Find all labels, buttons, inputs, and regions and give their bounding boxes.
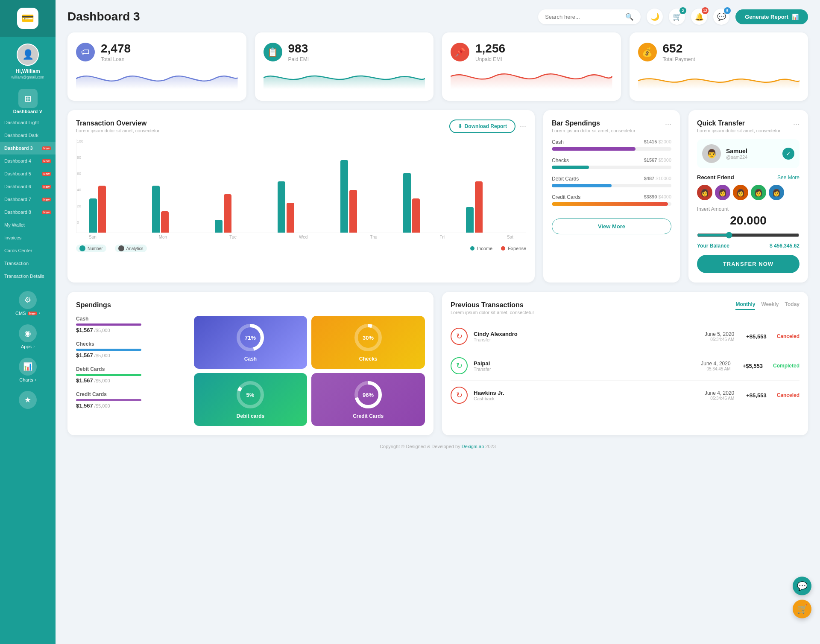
friend-avatar-3[interactable]: 👩: [733, 185, 748, 200]
stat-card-total-payment: 💰 652 Total Payment: [630, 32, 808, 101]
friend-avatar-2[interactable]: 👩: [715, 185, 730, 200]
sidebar-item-cards[interactable]: Cards Center: [0, 244, 56, 257]
bar-red-thu[interactable]: [349, 190, 357, 233]
spending-item-cash: Cash $1415 $2000: [552, 139, 671, 151]
sidebar-item-dashboard5[interactable]: Dashboard 5 New: [0, 167, 56, 180]
sidebar-item-dashboard-light[interactable]: Dashboard Light: [0, 116, 56, 129]
stat-icon-payment: 💰: [638, 43, 657, 61]
tx-status-hawkins: Canceled: [777, 392, 800, 398]
sidebar-item-apps[interactable]: ◉ Apps ›: [19, 320, 37, 353]
stat-card-unpaid-emi: 📌 1,256 Unpaid EMI: [442, 32, 621, 101]
quick-transfer-subtitle: Lorem ipsum dolor sit amet, consectetur: [697, 128, 781, 133]
theme-toggle-btn[interactable]: 🌙: [647, 9, 663, 25]
sidebar-item-transaction[interactable]: Transaction: [0, 257, 56, 270]
amount-slider[interactable]: [697, 232, 800, 239]
search-bar: 🔍: [538, 9, 641, 24]
footer-brand-link[interactable]: DexignLab: [462, 444, 484, 449]
tx-amount-cindy: +$5,553: [746, 333, 766, 340]
bar-red-sat[interactable]: [475, 181, 483, 233]
friend-avatar-4[interactable]: 👩: [751, 185, 766, 200]
bar-teal-sat[interactable]: [466, 207, 474, 233]
transfer-now-button[interactable]: TRANSFER NOW: [697, 255, 800, 273]
bar-teal-thu[interactable]: [340, 160, 348, 233]
bar-spendings-card: Bar Spendings Lorem ipsum dolor sit amet…: [543, 110, 680, 283]
amount-value: 20.000: [697, 214, 800, 227]
donut-chart-checks: 30%: [353, 323, 383, 353]
donut-chart-credit: 96%: [353, 380, 383, 410]
sidebar-item-wallet[interactable]: My Wallet: [0, 219, 56, 231]
bar-spendings-more-button[interactable]: ···: [665, 119, 671, 128]
sidebar-item-dashboard6[interactable]: Dashboard 6 New: [0, 180, 56, 193]
sidebar-item-dashboard-dark[interactable]: Dashboard Dark: [0, 129, 56, 142]
bar-red-wed[interactable]: [287, 203, 294, 233]
support-fab[interactable]: 💬: [793, 577, 811, 595]
sidebar-item-dashboard4[interactable]: Dashboard 4 New: [0, 154, 56, 167]
tx-time-paipal: 05:34:45 AM: [701, 367, 730, 371]
more-options-button[interactable]: ···: [520, 122, 526, 131]
content-row: Transaction Overview Lorem ipsum dolor s…: [67, 110, 808, 283]
bar-red-mon[interactable]: [161, 211, 169, 233]
dashboard-label[interactable]: Dashboard ∨: [13, 109, 43, 114]
new-badge: New: [42, 185, 51, 189]
sidebar-item-favorite[interactable]: ★: [19, 387, 37, 415]
svg-text:96%: 96%: [363, 392, 374, 398]
spending-checks: Checks $1,567 /$5,000: [76, 341, 185, 358]
stats-row: 🏷 2,478 Total Loan 📋 983 Paid EMI: [67, 32, 808, 101]
transaction-list: ↻ Cindy Alexandro Transfer June 5, 2020 …: [451, 322, 800, 410]
spending-debit: Debit Cards $1,567 /$5,000: [76, 366, 185, 384]
stat-icon-paid: 📋: [264, 43, 282, 61]
search-icon: 🔍: [625, 13, 634, 21]
sidebar-item-transaction-details[interactable]: Transaction Details: [0, 270, 56, 283]
search-input[interactable]: [545, 14, 622, 20]
sidebar-item-charts[interactable]: 📊 Charts ›: [19, 353, 37, 387]
bar-teal-wed[interactable]: [278, 181, 285, 233]
download-report-button[interactable]: ⬇ Download Report: [449, 119, 515, 133]
prev-tx-title: Previous Transactions: [451, 301, 534, 309]
bar-red-tue[interactable]: [224, 194, 231, 233]
sidebar-item-dashboard7[interactable]: Dashboard 7 New: [0, 193, 56, 206]
bar-red-sun[interactable]: [98, 186, 106, 233]
cart-fab[interactable]: 🛒: [793, 600, 811, 618]
tab-monthly[interactable]: Monthly: [735, 301, 755, 310]
bar-group-sat: [466, 181, 526, 233]
tx-time-hawkins: 05:34:45 AM: [705, 396, 734, 401]
dashboard-icon[interactable]: ⊞: [18, 89, 38, 108]
friend-avatar-1[interactable]: 👩: [697, 185, 712, 200]
generate-report-button[interactable]: Generate Report 📊: [735, 9, 808, 24]
transaction-overview-card: Transaction Overview Lorem ipsum dolor s…: [67, 110, 535, 283]
spendings-card: Spendings Cash $1,567 /$5,000 Checks: [67, 292, 433, 435]
tab-weekly[interactable]: Weekly: [761, 301, 779, 310]
bar-teal-sun[interactable]: [89, 198, 97, 233]
donut-label-debit: Debit cards: [237, 413, 264, 419]
quick-transfer-title: Quick Transfer: [697, 119, 781, 127]
see-more-link[interactable]: See More: [777, 175, 800, 181]
donut-debit: 5% Debit cards: [194, 373, 308, 426]
sidebar-item-dashboard3[interactable]: Dashboard 3 New: [0, 142, 56, 154]
bar-group-mon: [152, 186, 212, 233]
friend-avatar-5[interactable]: 👩: [769, 185, 784, 200]
analytics-toggle[interactable]: Analytics: [115, 245, 147, 252]
insert-amount-label: Insert Amount: [697, 206, 800, 212]
sidebar-item-dashboard8[interactable]: Dashboard 8 New: [0, 206, 56, 219]
bar-teal-fri[interactable]: [403, 173, 411, 233]
samuel-handle: @sam224: [726, 154, 747, 160]
bar-teal-tue[interactable]: [215, 220, 223, 233]
bar-red-fri[interactable]: [412, 198, 420, 233]
bar-group-wed: [278, 181, 338, 233]
bar-teal-mon[interactable]: [152, 186, 160, 233]
sidebar-item-cms[interactable]: ⚙ CMS New ›: [15, 287, 40, 320]
number-toggle[interactable]: Number: [76, 245, 106, 252]
stat-value-paid: 983: [288, 42, 309, 55]
bell-btn[interactable]: 🔔 12: [691, 9, 707, 25]
bar-chart: 100 80 60 40 20 0: [76, 139, 526, 252]
new-badge: New: [42, 159, 51, 163]
bell-badge: 12: [702, 7, 709, 14]
sidebar-item-invoices[interactable]: Invoices: [0, 231, 56, 244]
cart-btn[interactable]: 🛒 2: [669, 9, 685, 25]
chat-btn[interactable]: 💬 5: [713, 9, 729, 25]
quick-transfer-more-button[interactable]: ···: [793, 119, 800, 128]
view-more-button[interactable]: View More: [552, 219, 671, 234]
tab-today[interactable]: Today: [785, 301, 800, 310]
prev-tabs: Monthly Weekly Today: [735, 301, 800, 310]
main-content: Dashboard 3 🔍 🌙 🛒 2 🔔 12 💬 5 Generate Re…: [56, 0, 820, 644]
